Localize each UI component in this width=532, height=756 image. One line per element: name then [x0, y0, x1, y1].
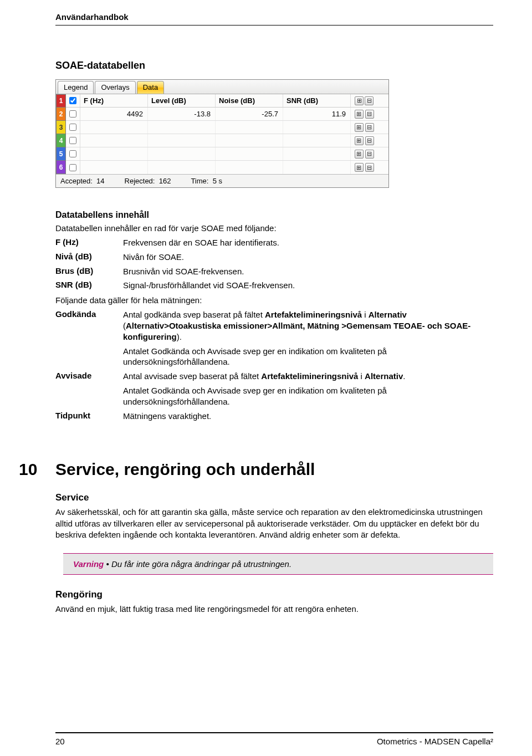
row-6-checkbox[interactable] [69, 164, 76, 171]
table-row: ⊞⊟ [66, 161, 388, 174]
def-value-godkanda: Antal godkända svep baserat på fältet Ar… [123, 309, 493, 367]
row-num-1: 1 [56, 94, 66, 108]
page-number: 20 [55, 737, 65, 746]
def-value: Brusnivån vid SOAE-frekvensen. [123, 266, 493, 277]
expand-button[interactable]: ⊞ [355, 96, 364, 105]
widget-tabs: Legend Overlays Data [56, 80, 388, 94]
def-label-godkanda: Godkända [55, 309, 123, 367]
expand-button[interactable]: ⊞ [355, 110, 364, 119]
tab-data[interactable]: Data [137, 81, 164, 94]
def-label-avvisade: Avvisade [55, 371, 123, 407]
row-num-5: 5 [56, 147, 66, 161]
def-value: Signal-/brusförhållandet vid SOAE-frekve… [123, 280, 493, 291]
def-label: Brus (dB) [55, 266, 123, 277]
tab-legend[interactable]: Legend [58, 81, 94, 94]
expand-button[interactable]: ⊞ [355, 163, 364, 172]
row-num-4: 4 [56, 134, 66, 147]
chapter-number: 10 [19, 460, 55, 479]
def-value-avvisade: Antal avvisade svep baserat på fältet Ar… [123, 371, 493, 407]
cleaning-heading: Rengöring [55, 589, 493, 600]
cell-snr: 11.9 [283, 108, 351, 120]
row-5-checkbox[interactable] [69, 150, 76, 157]
collapse-button[interactable]: ⊟ [365, 136, 374, 145]
time-label: Time: [191, 177, 208, 185]
row-num-6: 6 [56, 161, 66, 174]
warning-text: Du får inte göra några ändringar på utru… [111, 559, 291, 569]
row-number-strip: 1 2 3 4 5 6 [56, 94, 66, 174]
expand-button[interactable]: ⊞ [355, 123, 364, 132]
row-3-checkbox[interactable] [69, 124, 76, 131]
row-num-3: 3 [56, 121, 66, 134]
section-title: SOAE-datatabellen [55, 60, 493, 71]
def-value-tidpunkt: Mätningens varaktighet. [123, 411, 493, 422]
definitions-block-1: F (Hz)Frekvensen där en SOAE har identif… [55, 237, 493, 291]
page-header-title: Användarhandbok [55, 12, 493, 22]
widget-footer: Accepted: 14 Rejected: 162 Time: 5 s [56, 174, 388, 187]
collapse-button[interactable]: ⊟ [365, 123, 374, 132]
table-row: 4492 -13.8 -25.7 11.9 ⊞ ⊟ [66, 108, 388, 121]
expand-button[interactable]: ⊞ [355, 150, 364, 159]
collapse-button[interactable]: ⊟ [365, 110, 374, 119]
collapse-button[interactable]: ⊟ [365, 96, 374, 105]
warning-label: Varning [73, 559, 104, 569]
product-name: Otometrics - MADSEN Capella² [377, 737, 493, 746]
collapse-button[interactable]: ⊟ [365, 150, 374, 159]
expand-button[interactable]: ⊞ [355, 136, 364, 145]
col-header-fhz: F (Hz) [80, 94, 148, 107]
cell-level: -13.8 [148, 108, 216, 120]
accepted-label: Accepted: [60, 177, 93, 185]
table-row: ⊞⊟ [66, 121, 388, 134]
def-value: Nivån för SOAE. [123, 252, 493, 263]
row-num-2: 2 [56, 108, 66, 121]
def-label-tidpunkt: Tidpunkt [55, 411, 123, 422]
rejected-value: 162 [159, 177, 171, 185]
table-header-row: F (Hz) Level (dB) Noise (dB) SNR (dB) ⊞ … [66, 94, 388, 108]
cell-noise: -25.7 [216, 108, 283, 120]
subsection-intro: Datatabellen innehåller en rad för varje… [55, 223, 493, 233]
row-2-checkbox[interactable] [69, 110, 76, 118]
cell-fhz: 4492 [80, 108, 148, 120]
table-row: ⊞⊟ [66, 134, 388, 147]
row-4-checkbox[interactable] [69, 137, 76, 144]
warning-box: Varning • Du får inte göra några ändring… [63, 553, 493, 575]
rejected-label: Rejected: [125, 177, 155, 185]
accepted-value: 14 [96, 177, 104, 185]
def-value: Frekvensen där en SOAE har identifierats… [123, 237, 493, 248]
mid-line: Följande data gäller för hela mätningen: [55, 295, 493, 305]
cleaning-paragraph: Använd en mjuk, lätt fuktig trasa med li… [55, 604, 493, 615]
definitions-block-2: Godkända Antal godkända svep baserat på … [55, 309, 493, 421]
def-label: F (Hz) [55, 237, 123, 248]
time-value: 5 s [213, 177, 222, 185]
header-rule [55, 25, 493, 25]
col-header-level: Level (dB) [148, 94, 216, 107]
def-label: Nivå (dB) [55, 252, 123, 263]
service-heading: Service [55, 492, 493, 503]
subsection-title: Datatabellens innehåll [55, 210, 493, 220]
collapse-button[interactable]: ⊟ [365, 163, 374, 172]
row-1-checkbox[interactable] [69, 97, 76, 104]
tab-overlays[interactable]: Overlays [95, 81, 135, 94]
table-row: ⊞⊟ [66, 147, 388, 161]
footer-rule [55, 732, 493, 733]
soa-data-widget: Legend Overlays Data 1 2 3 4 5 6 F (Hz) … [55, 79, 389, 188]
col-header-noise: Noise (dB) [216, 94, 283, 107]
def-label: SNR (dB) [55, 280, 123, 291]
col-header-snr: SNR (dB) [283, 94, 351, 107]
service-paragraph: Av säkerhetsskäl, och för att garantin s… [55, 507, 493, 540]
chapter-title: Service, rengöring och underhåll [55, 460, 315, 479]
